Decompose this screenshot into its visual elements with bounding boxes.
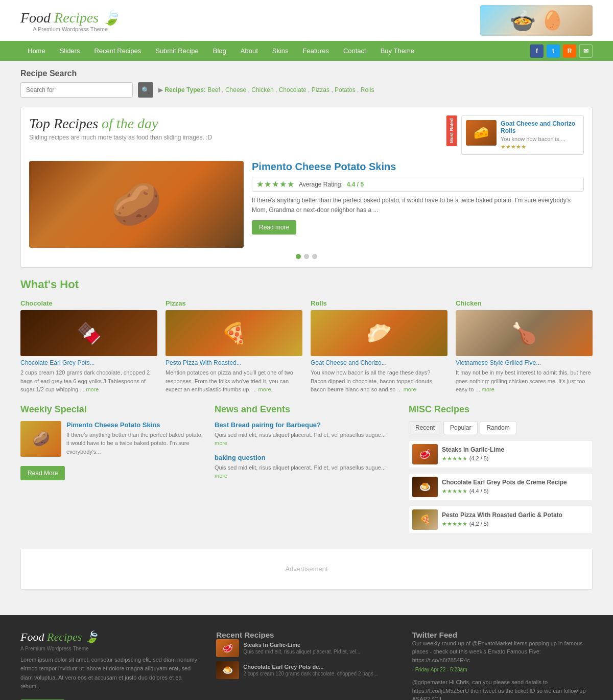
nav-blog[interactable]: Blog [206,41,233,61]
weekly-special-image: 🥔 [20,421,61,457]
misc-recipe-2-rating: ★★★★★ (4.4 / 5) [442,487,567,495]
slider-recipe-title: Pimento Cheese Potato Skins [252,161,584,173]
hot-chicken-desc: It may not be in my best interest to adm… [456,368,593,394]
facebook-icon[interactable]: f [530,44,544,58]
search-button[interactable]: 🔍 [138,82,153,98]
news-1-title[interactable]: Best Bread pairing for Barbeque? [215,421,398,429]
whats-hot-title: What's Hot [20,278,593,291]
hot-item-chicken: Chicken 🍗 Vietnamese Style Grilled Five.… [456,299,593,394]
nav-sliders[interactable]: Sliders [53,41,87,61]
misc-recipe-2-title: Chocolate Earl Grey Pots de Creme Recipe [442,479,567,486]
misc-recipe-1: 🥩 Steaks in Garlic-Lime ★★★★★ (4.2 / 5) [409,440,593,468]
hot-rolls-desc: You know how bacon is all the rage these… [311,368,447,394]
twitter-tweet-2: @gripemaster Hi Chris, can you please se… [412,678,593,700]
footer-recipe-2-desc: 2 cups cream 120 grams dark chocolate, c… [243,671,378,676]
tab-random[interactable]: Random [480,421,516,434]
nav-recent-recipes[interactable]: Recent Recipes [87,41,148,61]
hot-rolls-recipe-title[interactable]: Goat Cheese and Chorizo... [311,359,447,366]
hot-rolls-image: 🥟 [311,310,447,356]
search-input[interactable] [20,82,133,98]
nav-about[interactable]: About [233,41,265,61]
slider-main-image: 🥔 [29,161,244,248]
news-2-desc: Quis sed mid elit, risus aliquet placera… [215,463,398,480]
hot-chocolate-title: Chocolate [20,299,157,307]
type-potatos[interactable]: Potatos [335,86,356,94]
footer-recipe-2-info: Chocolate Earl Grey Pots de... 2 cups cr… [243,664,378,676]
news-2-title[interactable]: baking question [215,454,398,461]
type-chocolate[interactable]: Chocolate [279,86,306,94]
email-icon[interactable]: ✉ [579,44,593,58]
side-card: 🧀 Goat Cheese and Chorizo Rolls You know… [461,115,584,155]
slider-header: Top Recipes of the day Sliding recipes a… [29,115,584,155]
misc-recipe-2-info: Chocolate Earl Grey Pots de Creme Recipe… [442,479,567,495]
hot-pizzas-title: Pizzas [166,299,302,307]
nav-features[interactable]: Features [296,41,336,61]
news-1-more[interactable]: more [215,440,227,446]
nav-contact[interactable]: Contact [336,41,373,61]
three-col-section: Weekly Special 🥔 Pimento Cheese Potato S… [20,404,593,539]
advertisement-box: Advertisement [20,549,593,590]
type-cheese[interactable]: Cheese [225,86,246,94]
hot-pizzas-more[interactable]: more [258,386,271,392]
dot-3[interactable] [312,254,317,259]
hot-chicken-recipe-title[interactable]: Vietnamese Style Grilled Five... [456,359,593,366]
logo-subtitle: A Premium Wordpress Theme [20,26,120,32]
misc-recipe-3-title: Pesto Pizza With Roasted Garlic & Potato [442,511,562,519]
hot-chocolate-desc: 2 cups cream 120 grams dark chocolate, c… [20,368,157,394]
misc-recipe-2-image: 🍮 [412,477,438,497]
hot-pizzas-image: 🍕 [166,310,302,356]
tab-popular[interactable]: Popular [443,421,478,434]
rating-label: Average Rating: [299,181,343,188]
footer-recipe-2-title: Chocolate Earl Grey Pots de... [243,664,378,670]
hot-chocolate-image: 🍫 [20,310,157,356]
twitter-icon[interactable]: t [547,44,560,58]
footer-recipe-1-title: Steaks In Garlic-Lime [243,642,360,648]
type-rolls[interactable]: Rolls [361,86,374,94]
news-2-more[interactable]: more [215,473,227,479]
hot-item-chocolate: Chocolate 🍫 Chocolate Earl Grey Pots... … [20,299,157,394]
weekly-special-read-more[interactable]: Read More [20,466,65,480]
rss-icon[interactable]: R [563,44,576,58]
slider-recipe-info: Pimento Cheese Potato Skins ★★★★★ Averag… [252,161,584,248]
misc-recipe-1-rating: ★★★★★ (4.2 / 5) [442,454,504,462]
type-pizzas[interactable]: Pizzas [312,86,329,94]
ws-recipe-title: Pimento Cheese Potato Skins [66,421,204,429]
hot-pizzas-recipe-title[interactable]: Pesto Pizza With Roasted... [166,359,302,366]
weekly-special: Weekly Special 🥔 Pimento Cheese Potato S… [20,404,204,539]
nav-skins[interactable]: Skins [265,41,296,61]
dot-1[interactable] [296,254,301,259]
hot-item-pizzas: Pizzas 🍕 Pesto Pizza With Roasted... Men… [166,299,302,394]
misc-recipe-3-image: 🍕 [412,509,438,530]
header-banner-image: 🍲 🥚 [480,5,593,36]
nav-home[interactable]: Home [20,41,53,61]
read-more-button[interactable]: Read more [252,220,296,235]
recipe-types-label: ▶ Recipe Types: Beef , Cheese , Chicken … [158,86,374,94]
nav-submit-recipe[interactable]: Submit Recipe [148,41,206,61]
hot-chocolate-more[interactable]: more [86,386,99,392]
footer-recipes-title: Recent Recipes [216,631,396,639]
footer-recipe-1-image: 🥩 [216,639,239,657]
slider-content: 🥔 Pimento Cheese Potato Skins ★★★★★ Aver… [29,161,584,248]
dot-2[interactable] [304,254,309,259]
nav-buy-theme[interactable]: Buy Theme [373,41,421,61]
misc-section: MISC Recipes Recent Popular Random 🥩 Ste… [409,404,593,539]
slider-title-1: Top Recipes [29,115,98,131]
rating-stars: ★★★★★ [256,179,295,189]
misc-recipe-1-info: Steaks in Garlic-Lime ★★★★★ (4.2 / 5) [442,446,504,462]
footer-logo-sub: A Premium Wordpress Theme [20,646,201,651]
hot-pizzas-desc: Mention potatoes on pizza and you'll get… [166,368,302,394]
tab-recent[interactable]: Recent [409,421,441,434]
hot-chicken-more[interactable]: more [482,386,494,392]
misc-recipe-2: 🍮 Chocolate Earl Grey Pots de Creme Reci… [409,473,593,501]
hot-rolls-more[interactable]: more [404,386,416,392]
slider-dots [29,254,584,259]
hot-chocolate-recipe-title[interactable]: Chocolate Earl Grey Pots... [20,359,157,366]
side-card-desc: You know how bacon is.... [501,136,579,142]
footer-about-text: Lorem ipsum dolor sit amet, consetur sad… [20,656,201,691]
type-beef[interactable]: Beef [207,86,220,94]
footer-recipe-1-desc: Quis sed mid elit, risus aliquet placera… [243,649,360,655]
search-title: Recipe Search [20,69,593,78]
tweet-1-text: Our weekly round-up of @EnvatoMarket ite… [412,639,593,665]
weekly-special-info: Pimento Cheese Potato Skins If there's a… [66,421,204,457]
type-chicken[interactable]: Chicken [251,86,273,94]
